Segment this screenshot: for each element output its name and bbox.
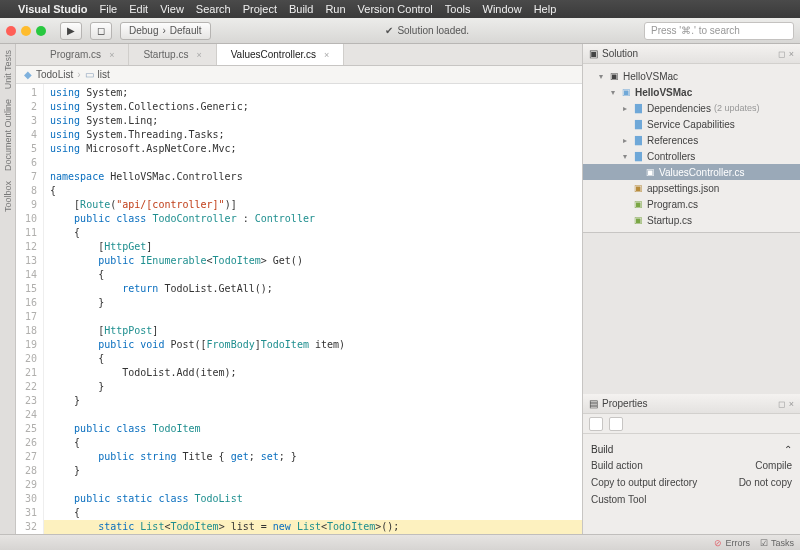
prop-value[interactable]: Do not copy [739,477,792,488]
code-body[interactable]: using System;using System.Collections.Ge… [44,84,582,534]
folder-icon: ▇ [632,118,644,130]
prop-copy-output[interactable]: Copy to output directory Do not copy [591,474,792,491]
panel-close-icon[interactable]: × [789,399,794,409]
zoom-window-icon[interactable] [36,26,46,36]
menu-project[interactable]: Project [243,3,277,15]
panel-close-icon[interactable]: × [789,49,794,59]
menu-edit[interactable]: Edit [129,3,148,15]
menu-build[interactable]: Build [289,3,313,15]
close-window-icon[interactable] [6,26,16,36]
tab-label: ValuesController.cs [231,49,316,60]
tree-label: Startup.cs [647,215,692,226]
solution-title: Solution [602,48,638,59]
menu-file[interactable]: File [99,3,117,15]
status-ok-icon: ✔ [385,25,393,36]
error-icon: ⊘ [714,538,722,548]
panel-pin-icon[interactable]: ◻ [778,49,785,59]
properties-panel-header[interactable]: ▤ Properties ◻ × [583,394,800,414]
tasks-button[interactable]: ☑ Tasks [760,538,794,548]
run-button[interactable]: ▶ [60,22,82,40]
status-bar: ⊘ Errors ☑ Tasks [0,534,800,550]
tree-label: Dependencies [647,103,711,114]
close-icon[interactable]: × [109,50,114,60]
build-target-button[interactable]: ◻ [90,22,112,40]
menu-tools[interactable]: Tools [445,3,471,15]
rail-unit-tests[interactable]: Unit Tests [3,50,13,89]
valuescontroller-file[interactable]: ▣ ValuesController.cs [583,164,800,180]
rail-document-outline[interactable]: Document Outline [3,99,13,171]
solution-file-icon: ▣ [608,70,620,82]
close-icon[interactable]: × [196,50,201,60]
folder-icon: ▇ [632,102,644,114]
startup-file[interactable]: ▣ Startup.cs [583,212,800,228]
tree-label: Program.cs [647,199,698,210]
tree-label: Controllers [647,151,695,162]
menu-run[interactable]: Run [325,3,345,15]
menu-version-control[interactable]: Version Control [358,3,433,15]
system-menubar: Visual Studio File Edit View Search Proj… [0,0,800,18]
prop-key: Build action [591,460,643,471]
disclosure-icon[interactable]: ▾ [597,72,605,81]
app-menu[interactable]: Visual Studio [18,3,87,15]
project-node[interactable]: ▾ ▣ HelloVSMac [583,84,800,100]
minimize-window-icon[interactable] [21,26,31,36]
window-controls [6,26,46,36]
run-configuration-selector[interactable]: Debug › Default [120,22,211,40]
categorize-icon[interactable] [589,417,603,431]
breadcrumb-member[interactable]: list [98,69,110,80]
program-file[interactable]: ▣ Program.cs [583,196,800,212]
tab-startup[interactable]: Startup.cs × [129,44,216,65]
folder-icon: ▇ [632,150,644,162]
tree-label: ValuesController.cs [659,167,744,178]
appsettings-file[interactable]: ▣ appsettings.json [583,180,800,196]
menu-view[interactable]: View [160,3,184,15]
solution-panel-header[interactable]: ▣ Solution ◻ × [583,44,800,64]
prop-custom-tool[interactable]: Custom Tool [591,491,792,508]
menu-search[interactable]: Search [196,3,231,15]
json-file-icon: ▣ [632,182,644,194]
prop-build-action[interactable]: Build action Compile [591,457,792,474]
controllers-folder[interactable]: ▾ ▇ Controllers [583,148,800,164]
disclosure-icon[interactable]: ▾ [609,88,617,97]
chevron-right-icon: › [77,69,80,80]
left-tool-rail: Unit Tests Document Outline Toolbox [0,44,16,534]
disclosure-icon[interactable]: ▸ [621,104,629,113]
prop-value[interactable]: Compile [755,460,792,471]
errors-button[interactable]: ⊘ Errors [714,538,750,548]
rail-toolbox[interactable]: Toolbox [3,181,13,212]
collapse-icon[interactable]: ⌃ [784,444,792,455]
toolbar: ▶ ◻ Debug › Default ✔ Solution loaded. P… [0,18,800,44]
tab-valuescontroller[interactable]: ValuesController.cs × [217,44,345,65]
sort-icon[interactable] [609,417,623,431]
config-target: Default [170,25,202,36]
prop-section-build[interactable]: Build ⌃ [591,440,792,457]
field-icon: ▭ [85,69,94,80]
references-node[interactable]: ▸ ▇ References [583,132,800,148]
disclosure-icon[interactable]: ▸ [621,136,629,145]
close-icon[interactable]: × [324,50,329,60]
menu-help[interactable]: Help [534,3,557,15]
target-icon: ◻ [97,25,105,36]
panel-pin-icon[interactable]: ◻ [778,399,785,409]
properties-toolbar [583,414,800,434]
tab-program[interactable]: Program.cs × [36,44,129,65]
solution-tree[interactable]: ▾ ▣ HelloVSMac ▾ ▣ HelloVSMac ▸ ▇ Depend… [583,64,800,232]
csharp-file-icon: ▣ [632,198,644,210]
solution-root[interactable]: ▾ ▣ HelloVSMac [583,68,800,84]
dependencies-node[interactable]: ▸ ▇ Dependencies (2 updates) [583,100,800,116]
status-display: ✔ Solution loaded. [219,25,637,36]
global-search-input[interactable]: Press '⌘.' to search [644,22,794,40]
editor-breadcrumb[interactable]: ◆ TodoList › ▭ list [16,66,582,84]
breadcrumb-class[interactable]: TodoList [36,69,73,80]
config-name: Debug [129,25,158,36]
disclosure-icon[interactable]: ▾ [621,152,629,161]
errors-label: Errors [725,538,750,548]
csharp-file-icon: ▣ [632,214,644,226]
tree-label: Service Capabilities [647,119,735,130]
code-editor[interactable]: 1234567891011121314151617181920212223242… [16,84,582,534]
service-capabilities-node[interactable]: ▇ Service Capabilities [583,116,800,132]
menu-window[interactable]: Window [483,3,522,15]
prop-key: Copy to output directory [591,477,697,488]
editor-tabs: Program.cs × Startup.cs × ValuesControll… [16,44,582,66]
properties-title: Properties [602,398,648,409]
